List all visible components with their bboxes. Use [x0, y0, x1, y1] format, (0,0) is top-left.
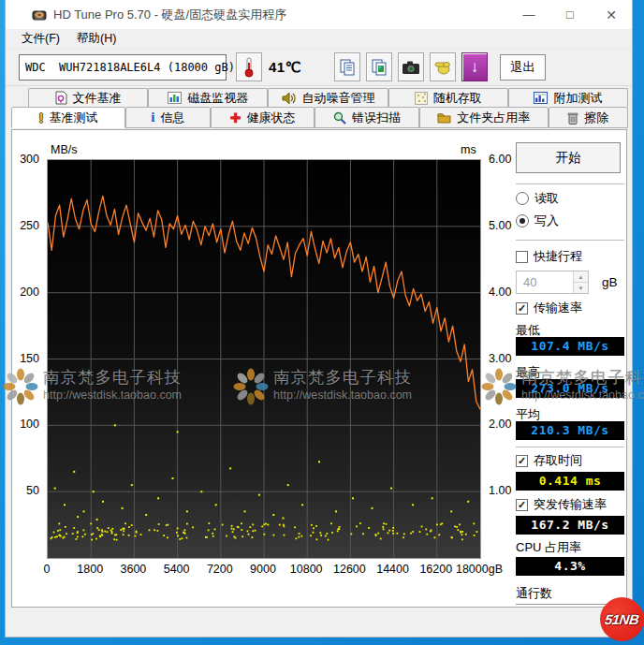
- tab-label: 文件夹占用率: [457, 110, 530, 126]
- exit-button[interactable]: 退出: [500, 54, 546, 81]
- tick-label: 50: [26, 484, 39, 497]
- menu-bar: 文件(F) 帮助(H): [6, 29, 632, 49]
- 51nb-badge-text: 51NB: [604, 611, 639, 627]
- tick-label: 5.00: [489, 219, 511, 232]
- download-button[interactable]: ↓: [461, 52, 488, 81]
- tab-auto-noise[interactable]: 自动噪音管理: [268, 88, 388, 107]
- tick-label: 100: [20, 418, 39, 431]
- checkbox-quick-run-box[interactable]: [516, 251, 528, 263]
- window-title: HD Tune Pro 5.70 - 硬盘/固态硬盘实用程序: [53, 7, 286, 23]
- avg-value: 210.3 MB/s: [516, 421, 624, 440]
- burst-rate-label: 突发传输速率: [534, 496, 607, 513]
- tick-label: 0: [44, 563, 51, 576]
- quick-run-label: 快捷行程: [534, 248, 582, 265]
- health-cross-icon: ✚: [230, 110, 242, 125]
- close-button[interactable]: ✕: [591, 0, 632, 29]
- quick-run-size-stepper[interactable]: 40 ▲ ▼: [516, 271, 589, 294]
- menu-help[interactable]: 帮助(H): [68, 31, 124, 47]
- stepper-up-icon[interactable]: ▲: [574, 271, 588, 283]
- screenshot-button[interactable]: [398, 52, 424, 81]
- tab-extra-tests[interactable]: 附加测试: [508, 88, 628, 107]
- tab-label: 擦除: [584, 110, 608, 126]
- tab-file-benchmark[interactable]: 文件基准: [28, 88, 148, 107]
- drive-select-value: WDC WUH721818ALE6L4 (18000 gB): [25, 61, 235, 74]
- tick-label: 1.00: [489, 484, 511, 497]
- checkbox-access-time[interactable]: ✓ 存取时间: [516, 452, 582, 469]
- magnifier-icon: [333, 111, 346, 125]
- app-window: HD Tune Pro 5.70 - 硬盘/固态硬盘实用程序 — □ ✕ 文件(…: [5, 0, 633, 638]
- checkbox-access-box[interactable]: ✓: [516, 455, 528, 467]
- tick-label: 300: [20, 153, 39, 166]
- tab-health[interactable]: ✚ 健康状态: [211, 107, 315, 128]
- checkbox-quick-run[interactable]: 快捷行程: [516, 248, 582, 265]
- benchmark-icon: !: [39, 110, 44, 125]
- radio-read-label: 读取: [534, 190, 559, 207]
- toolbar: WDC WUH721818ALE6L4 (18000 gB) ⌄ 41℃: [6, 49, 632, 86]
- camera-icon: [402, 60, 420, 75]
- radio-write[interactable]: 写入: [516, 213, 559, 229]
- temperature-button[interactable]: [236, 52, 262, 81]
- tab-error-scan[interactable]: 错误扫描: [315, 107, 419, 128]
- tick-label: 2.00: [489, 418, 511, 431]
- copy-text-icon: [339, 58, 356, 77]
- checkbox-transfer-box[interactable]: ✓: [516, 302, 528, 315]
- pass-count-label: 通行数: [516, 585, 552, 602]
- tab-label: 信息: [160, 110, 184, 126]
- content-area: MB/s ms 30025020015010050 6.005.004.003.…: [6, 128, 632, 637]
- stepper-down-icon[interactable]: ▼: [574, 283, 588, 293]
- divider: [516, 447, 624, 447]
- checkbox-burst-box[interactable]: ✓: [516, 499, 528, 511]
- tab-disk-monitor[interactable]: 磁盘监视器: [148, 88, 268, 107]
- radio-read[interactable]: 读取: [516, 190, 559, 207]
- minimize-button[interactable]: —: [508, 0, 549, 29]
- file-benchmark-icon: [55, 91, 67, 105]
- tick-label: 3600: [120, 563, 146, 576]
- stepper-unit: gB: [602, 275, 618, 289]
- chart-canvas: [48, 160, 480, 558]
- checkbox-burst-rate[interactable]: ✓ 突发传输速率: [516, 496, 607, 513]
- divider: [516, 183, 624, 184]
- tick-label: 6.00: [489, 153, 511, 166]
- cpu-usage-value: 4.3%: [516, 557, 624, 576]
- hand-button[interactable]: [430, 52, 456, 81]
- tab-label: 随机存取: [433, 90, 482, 107]
- checkbox-transfer-rate[interactable]: ✓ 传输速率: [516, 300, 582, 316]
- tab-info[interactable]: i 信息: [125, 107, 211, 128]
- radio-read-circle[interactable]: [516, 192, 529, 205]
- copy-image-button[interactable]: [366, 52, 392, 81]
- info-icon: i: [151, 110, 154, 125]
- desktop: { "window": { "title": "HD Tune Pro 5.70…: [0, 0, 644, 645]
- maximize-button[interactable]: □: [549, 0, 591, 29]
- disk-monitor-icon: [168, 92, 182, 104]
- tab-benchmark[interactable]: ! 基准测试: [11, 107, 125, 128]
- drive-select-dropdown[interactable]: WDC WUH721818ALE6L4 (18000 gB) ⌄: [19, 54, 227, 81]
- down-arrow-icon: ↓: [471, 59, 479, 75]
- radio-write-circle[interactable]: [516, 214, 529, 227]
- tab-folder-usage[interactable]: 文件夹占用率: [419, 107, 549, 128]
- temperature-value: 41℃: [269, 59, 301, 76]
- tab-label: 磁盘监视器: [187, 90, 248, 107]
- max-value: 273.0 MB/s: [516, 379, 624, 398]
- tick-label: 7200: [207, 563, 233, 576]
- pointing-hand-icon: [433, 58, 452, 77]
- x-axis-ticks: 0180036005400720090001080012600144001620…: [47, 563, 487, 578]
- extra-tests-icon: [534, 92, 548, 104]
- access-time-value: 0.414 ms: [516, 472, 624, 491]
- tab-label: 附加测试: [553, 90, 602, 107]
- tick-label: 3.00: [489, 352, 511, 365]
- speaker-icon: [282, 92, 297, 105]
- tick-label: 4.00: [489, 286, 511, 299]
- menu-file[interactable]: 文件(F): [13, 31, 68, 47]
- min-value: 107.4 MB/s: [516, 337, 624, 356]
- tab-erase[interactable]: 擦除: [549, 107, 628, 128]
- y-axis-unit-left: MB/s: [51, 143, 77, 156]
- start-button[interactable]: 开始: [516, 142, 621, 173]
- tick-label: 12600: [333, 563, 366, 576]
- tick-label: 10800: [290, 563, 323, 576]
- transfer-rate-label: 传输速率: [534, 300, 582, 316]
- folder-icon: [437, 111, 451, 124]
- copy-text-button[interactable]: [334, 52, 360, 81]
- benchmark-chart: [47, 159, 481, 559]
- tab-random-access[interactable]: 随机存取: [388, 88, 508, 107]
- title-bar: HD Tune Pro 5.70 - 硬盘/固态硬盘实用程序 — □ ✕: [6, 0, 632, 29]
